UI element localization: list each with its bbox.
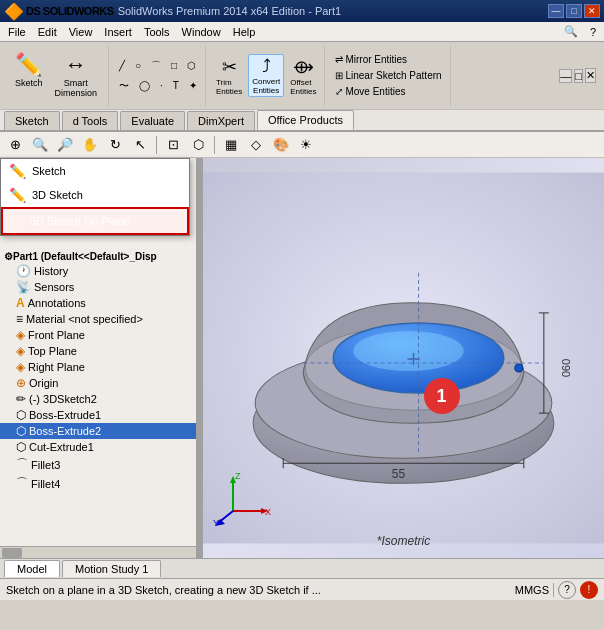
close-button[interactable]: ✕ [584,4,600,18]
text-button[interactable]: T [169,78,183,93]
right-plane-icon: ◈ [16,360,25,374]
menu-edit[interactable]: Edit [32,24,63,40]
tab-d-tools[interactable]: d Tools [62,111,119,130]
boss-extrude2-icon: ⬡ [16,424,26,438]
tree-material[interactable]: ≡ Material <not specified> [0,311,196,327]
toolbar-minimize-button[interactable]: — [559,69,572,83]
zoom-in-button[interactable]: 🔍 [29,135,51,155]
part-icon: ⚙ [4,251,13,262]
tree-annotations[interactable]: A Annotations [0,295,196,311]
fillet3-label: Fillet3 [31,459,60,471]
tree-fillet4[interactable]: ⌒ Fillet4 [0,474,196,493]
rect-icon: □ [171,60,177,71]
pan-button[interactable]: ✋ [79,135,101,155]
view-orient-button[interactable]: ⊡ [162,135,184,155]
star-button[interactable]: ✦ [185,78,201,93]
tree-top-plane[interactable]: ◈ Top Plane [0,343,196,359]
cut-extrude1-icon: ⬡ [16,440,26,454]
badge-1: 1 [424,378,460,414]
tree-boss-extrude1[interactable]: ⬡ Boss-Extrude1 [0,407,196,423]
scene-button[interactable]: ☀ [295,135,317,155]
tab-evaluate[interactable]: Evaluate [120,111,185,130]
trim-entities-button[interactable]: ✂ TrimEntities [212,54,246,98]
annotations-icon: A [16,296,25,310]
menu-help[interactable]: Help [227,24,262,40]
line-button[interactable]: ╱ [115,58,129,73]
minimize-button[interactable]: — [548,4,564,18]
tree-boss-extrude2[interactable]: ⬡ Boss-Extrude2 [0,423,196,439]
dropdown-3d-sketch[interactable]: ✏️ 3D Sketch [1,183,189,207]
appearance-button[interactable]: 🎨 [270,135,292,155]
win-controls: — □ ✕ [548,4,600,18]
toolbar-close-button[interactable]: ✕ [585,68,596,83]
sketch-button[interactable]: ✏️ Sketch [10,51,48,101]
zoom-to-fit-button[interactable]: ⊕ [4,135,26,155]
rotate-button[interactable]: ↻ [104,135,126,155]
units-label: MMGS [515,584,549,596]
trim-icon: ✂ [222,56,237,78]
dropdown-3dsketch-label: 3D Sketch [32,189,83,201]
tab-dimxpert[interactable]: DimXpert [187,111,255,130]
ellipse-button[interactable]: ◯ [135,78,154,93]
linear-sketch-pattern-button[interactable]: ⊞ Linear Sketch Pattern [331,68,445,83]
toolbar-sketch-section: ✏️ Sketch ↔ SmartDimension [4,46,109,106]
tab-sketch[interactable]: Sketch [4,111,60,130]
tree-right-plane[interactable]: ◈ Right Plane [0,359,196,375]
mirror-label: Mirror Entities [345,54,407,65]
tree-sensors[interactable]: 📡 Sensors [0,279,196,295]
tree-front-plane[interactable]: ◈ Front Plane [0,327,196,343]
menu-extra[interactable]: ? [584,24,602,40]
maximize-button[interactable]: □ [566,4,582,18]
annotations-label: Annotations [28,297,86,309]
left-panel-scroll[interactable] [0,546,196,558]
smart-dimension-button[interactable]: ↔ SmartDimension [50,51,103,101]
point-button[interactable]: · [156,78,167,93]
menu-window[interactable]: Window [176,24,227,40]
material-label: Material <not specified> [26,313,143,325]
move-entities-button[interactable]: ⤢ Move Entities [331,84,409,99]
status-indicator[interactable]: ! [580,581,598,599]
zoom-out-button[interactable]: 🔎 [54,135,76,155]
menu-view[interactable]: View [63,24,99,40]
polygon-button[interactable]: ⬡ [183,58,200,73]
feature-tree: ⚙ Part1 (Default<<Default>_Disp 🕐 Histor… [0,248,196,546]
offset-entities-button[interactable]: ⟴ OffsetEntities [286,54,320,98]
select-button[interactable]: ↖ [129,135,151,155]
tree-history[interactable]: 🕐 History [0,263,196,279]
dropdown-3d-sketch-on-plane[interactable]: ⬚ 3D Sketch On Plane [1,207,189,235]
menu-insert[interactable]: Insert [98,24,138,40]
dropdown-3dsketch-icon: ✏️ [9,187,26,203]
tab-motion-study-1[interactable]: Motion Study 1 [62,560,161,577]
sw-logo-text: DS SOLIDWORKS [26,5,114,17]
move-label: Move Entities [345,86,405,97]
display-mode-button[interactable]: ⬡ [187,135,209,155]
svg-text:55: 55 [392,467,406,481]
tab-model[interactable]: Model [4,560,60,577]
spline-button[interactable]: 〜 [115,77,133,95]
menu-bar: File Edit View Insert Tools Window Help … [0,22,604,42]
tab-office-products[interactable]: Office Products [257,110,354,130]
tree-cut-extrude1[interactable]: ⬡ Cut-Extrude1 [0,439,196,455]
status-help-button[interactable]: ? [558,581,576,599]
mirror-entities-button[interactable]: ⇌ Mirror Entities [331,52,411,67]
tree-3dsketch2[interactable]: ✏ (-) 3DSketch2 [0,391,196,407]
viewport[interactable]: 55 090 1 Z [203,158,604,558]
cut-extrude1-label: Cut-Extrude1 [29,441,94,453]
circle-button[interactable]: ○ [131,58,145,73]
boss-extrude2-label: Boss-Extrude2 [29,425,101,437]
menu-search[interactable]: 🔍 [558,23,584,40]
rect-button[interactable]: □ [167,58,181,73]
move-icon: ⤢ [335,86,343,97]
tree-fillet3[interactable]: ⌒ Fillet3 [0,455,196,474]
menu-file[interactable]: File [2,24,32,40]
dropdown-sketch[interactable]: ✏️ Sketch [1,159,189,183]
tree-part-name[interactable]: ⚙ Part1 (Default<<Default>_Disp [0,250,196,263]
menu-tools[interactable]: Tools [138,24,176,40]
section-view-button[interactable]: ▦ [220,135,242,155]
toolbar-maximize-button[interactable]: □ [574,69,583,83]
svg-text:X: X [265,507,271,517]
arc-button[interactable]: ⌒ [147,57,165,75]
tree-origin[interactable]: ⊕ Origin [0,375,196,391]
convert-entities-button[interactable]: ⤴ ConvertEntities [248,54,284,97]
view-planes-button[interactable]: ◇ [245,135,267,155]
